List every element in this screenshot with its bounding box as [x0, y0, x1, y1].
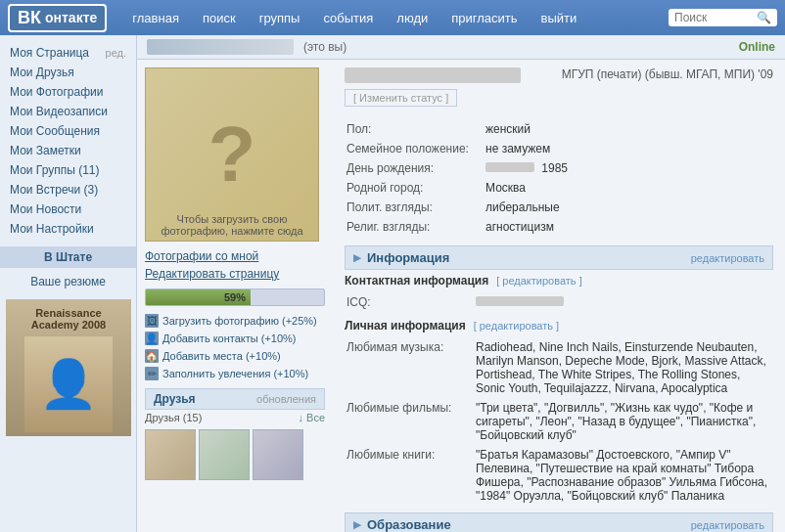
- books-label: Любимые книги:: [346, 446, 474, 505]
- sidebar-item-notes[interactable]: Мои Заметки: [0, 141, 136, 160]
- music-label: Любимая музыка:: [346, 338, 474, 397]
- info-row-city: Родной город: Москва: [346, 179, 771, 197]
- education-section-title: Образование: [353, 517, 451, 532]
- relationship-value: не замужем: [485, 140, 771, 157]
- sidebar-item-meetups[interactable]: Мои Встречи (3): [0, 180, 136, 200]
- profile-tag: (это вы): [303, 40, 346, 54]
- music-value: Radiohead, Nine Inch Nails, Einsturzende…: [476, 338, 771, 397]
- action-add-contacts[interactable]: 👤 Добавить контакты (+10%): [145, 330, 325, 347]
- books-row: Любимые книги: "Братья Карамазовы" Досто…: [346, 446, 771, 505]
- main-nav: главная поиск группы события люди пригла…: [122, 7, 669, 29]
- photo-placeholder[interactable]: ? Чтобы загрузить свою фотографию, нажми…: [145, 67, 319, 242]
- education-section-header: Образование редактировать: [345, 512, 773, 532]
- main-content: (это вы) Online ? Чтобы загрузить свою ф…: [137, 35, 785, 532]
- online-badge: Online: [739, 40, 775, 54]
- personal-info-edit[interactable]: [ редактировать ]: [474, 320, 559, 332]
- photos-with-me-link[interactable]: Фотографии со мной: [145, 247, 325, 265]
- sidebar-item-photos[interactable]: Мои Фотографии: [0, 82, 136, 102]
- search-box: 🔍: [669, 9, 777, 26]
- icq-row: ICQ:: [346, 293, 771, 311]
- header: ВКонтакте главная поиск группы события л…: [0, 0, 785, 35]
- personal-info-header: Личная информация [ редактировать ]: [345, 319, 773, 332]
- nav-logout[interactable]: выйти: [531, 7, 587, 29]
- nav-people[interactable]: люди: [387, 7, 438, 29]
- profile-header-bar: (это вы) Online: [137, 35, 785, 60]
- sidebar-edit-link[interactable]: ред.: [106, 47, 126, 59]
- contact-info-block: Контактная информация [ редактировать ] …: [345, 274, 773, 313]
- gender-label: Пол:: [346, 120, 484, 138]
- status-box[interactable]: [ Изменить статус ]: [345, 89, 457, 107]
- sidebar-item-news[interactable]: Мои Новости: [0, 200, 136, 219]
- films-row: Любимые фильмы: "Три цвета", "Догвилль",…: [346, 399, 771, 444]
- logo-name: онтакте: [45, 10, 97, 25]
- sidebar-resume[interactable]: Ваше резюме: [0, 272, 136, 291]
- friend-thumb-3[interactable]: [253, 429, 303, 480]
- nav-home[interactable]: главная: [122, 7, 189, 29]
- political-value: либеральные: [485, 199, 771, 216]
- action-upload-photo[interactable]: 🖼 Загрузить фотографию (+25%): [145, 312, 325, 330]
- info-row-relationship: Семейное положение: не замужем: [346, 140, 771, 157]
- sidebar-ad[interactable]: Renaissance Academy 2008 👤: [6, 299, 131, 436]
- nav-search[interactable]: поиск: [193, 7, 246, 29]
- music-row: Любимая музыка: Radiohead, Nine Inch Nai…: [346, 338, 771, 397]
- profile-completion-bar: 59%: [145, 288, 325, 306]
- icq-label: ICQ:: [346, 293, 474, 311]
- edit-page-link[interactable]: Редактировать страницу: [145, 265, 325, 283]
- contact-info-header: Контактная информация [ редактировать ]: [345, 274, 773, 288]
- ad-title-line2: Academy 2008: [31, 319, 106, 331]
- city-value: Москва: [485, 179, 771, 197]
- contacts-icon: 👤: [145, 332, 159, 345]
- hobbies-icon: ✏: [145, 367, 159, 380]
- education-edit-link[interactable]: редактировать: [691, 519, 764, 531]
- vk-logo[interactable]: ВКонтакте: [8, 4, 107, 32]
- action-fill-hobbies[interactable]: ✏ Заполнить увлечения (+10%): [145, 365, 325, 382]
- progress-text: 59%: [224, 291, 246, 303]
- contact-info-edit[interactable]: [ редактировать ]: [496, 275, 581, 287]
- religion-label: Религ. взгляды:: [346, 218, 484, 236]
- relationship-label: Семейное положение:: [346, 140, 484, 157]
- religion-value: агностицизм: [485, 218, 771, 236]
- gender-value: женский: [485, 120, 771, 138]
- info-section-title: Информация: [353, 250, 449, 265]
- birthday-label: День рождения:: [346, 159, 484, 177]
- sidebar-item-settings[interactable]: Мои Настройки: [0, 219, 136, 239]
- info-row-religion: Религ. взгляды: агностицизм: [346, 218, 771, 236]
- sidebar-item-messages[interactable]: Мои Сообщения: [0, 121, 136, 141]
- info-row-gender: Пол: женский: [346, 120, 771, 138]
- personal-info-block: Личная информация [ редактировать ] Люби…: [345, 319, 773, 507]
- friends-all-link[interactable]: ↓ Все: [298, 412, 325, 423]
- friends-section-header: Друзья обновления: [145, 388, 325, 410]
- places-icon: 🏠: [145, 349, 159, 363]
- profile-right: [ Изменить статус ] МГУП (печати) (бывш.…: [333, 60, 785, 532]
- sidebar: Моя Страница ред. Мои Друзья Мои Фотогра…: [0, 35, 137, 532]
- personal-info-table: Любимая музыка: Radiohead, Nine Inch Nai…: [345, 336, 773, 507]
- films-label: Любимые фильмы:: [346, 399, 474, 444]
- political-label: Полит. взгляды:: [346, 199, 484, 216]
- photo-icon: 🖼: [145, 314, 159, 328]
- profile-name: [345, 67, 521, 83]
- nav-invite[interactable]: пригласить: [441, 7, 527, 29]
- friend-thumb-2[interactable]: [199, 429, 250, 480]
- nav-groups[interactable]: группы: [250, 7, 310, 29]
- friends-title: Друзья: [154, 392, 196, 406]
- sidebar-item-my-page[interactable]: Моя Страница ред.: [0, 43, 136, 63]
- info-row-birthday: День рождения: 1985: [346, 159, 771, 177]
- personal-info-title: Личная информация: [345, 319, 466, 332]
- books-value: "Братья Карамазовы" Достоевского, "Ампир…: [476, 446, 771, 505]
- profile-banner-image: [147, 39, 294, 55]
- info-row-political: Полит. взгляды: либеральные: [346, 199, 771, 216]
- sidebar-item-groups[interactable]: Мои Группы (11): [0, 160, 136, 180]
- school-info: МГУП (печати) (бывш. МГАП, МПИ) '09: [562, 67, 773, 81]
- search-icon[interactable]: 🔍: [757, 11, 771, 24]
- birthday-value: 1985: [485, 159, 771, 177]
- info-section-header: Информация редактировать: [345, 245, 773, 270]
- sidebar-item-friends[interactable]: Мои Друзья: [0, 63, 136, 82]
- sidebar-item-videos[interactable]: Мои Видеозаписи: [0, 102, 136, 121]
- search-input[interactable]: [674, 11, 753, 24]
- vk-logo-text: ВК: [18, 8, 41, 28]
- info-edit-link[interactable]: редактировать: [691, 252, 764, 264]
- friends-updates: обновления: [256, 393, 316, 405]
- friend-thumb-1[interactable]: [145, 429, 196, 480]
- nav-events[interactable]: события: [313, 7, 383, 29]
- action-add-places[interactable]: 🏠 Добавить места (+10%): [145, 347, 325, 365]
